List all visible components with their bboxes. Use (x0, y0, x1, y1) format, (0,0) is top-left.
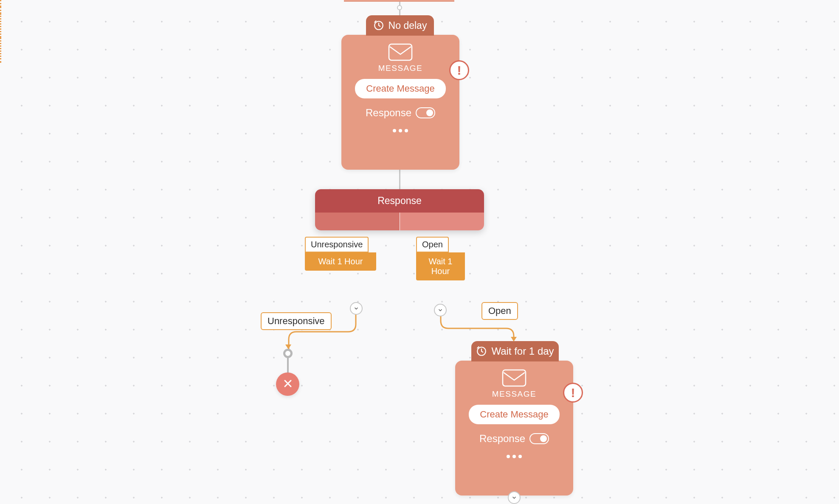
flow-canvas[interactable]: No delay MESSAGE Create Message Response… (0, 0, 839, 504)
response-toggle[interactable] (529, 433, 549, 444)
card-type-label: MESSAGE (378, 64, 422, 73)
alert-badge-icon[interactable]: ! (449, 60, 469, 80)
decision-response-block[interactable]: Response (315, 189, 484, 230)
svg-rect-3 (503, 370, 526, 386)
previous-card-stub (344, 0, 454, 2)
delay-label: No delay (389, 20, 427, 31)
more-options[interactable] (507, 455, 522, 458)
svg-rect-1 (389, 44, 412, 60)
alert-badge-icon[interactable]: ! (563, 383, 583, 403)
decision-branch-right-handle[interactable] (400, 213, 484, 230)
terminal-connector (287, 357, 289, 373)
path-label-unresponsive: Unresponsive (261, 312, 332, 330)
wait-duration-left: Wait 1 Hour (305, 252, 376, 271)
close-icon (283, 378, 293, 390)
response-toggle-row: Response (479, 433, 549, 445)
create-message-button[interactable]: Create Message (469, 405, 559, 424)
create-message-button[interactable]: Create Message (355, 79, 445, 98)
clock-icon (476, 346, 487, 357)
expand-chevron-right[interactable] (434, 304, 447, 316)
response-label: Response (479, 433, 525, 445)
connector-dotted-right-short (0, 7, 839, 14)
connector-1 (399, 170, 400, 190)
decision-label: Response (315, 189, 484, 213)
card-type-label: MESSAGE (492, 389, 536, 399)
terminal-ring (283, 349, 293, 358)
response-label: Response (366, 107, 411, 119)
envelope-icon (502, 369, 526, 387)
message-card-2[interactable]: MESSAGE Create Message Response (455, 361, 573, 496)
more-options[interactable] (393, 129, 408, 132)
expand-chevron-bottom[interactable] (508, 491, 521, 504)
message-card-1[interactable]: MESSAGE Create Message Response (341, 35, 459, 170)
path-label-open: Open (481, 302, 518, 320)
clock-icon (373, 20, 384, 31)
delay-bar-1[interactable]: No delay (366, 15, 434, 36)
wait-branch-label-left: Unresponsive (305, 237, 369, 252)
envelope-icon (388, 43, 413, 61)
decision-branch-left-handle[interactable] (315, 213, 400, 230)
delay-label: Wait for 1 day (491, 345, 554, 357)
expand-chevron-left[interactable] (350, 302, 363, 315)
wait-branch-label-right: Open (416, 237, 449, 252)
response-toggle[interactable] (416, 107, 435, 118)
add-node-handle[interactable] (397, 5, 402, 10)
delay-bar-2[interactable]: Wait for 1 day (471, 341, 559, 361)
response-toggle-row: Response (366, 107, 435, 119)
wait-box-right[interactable]: Open Wait 1Hour (416, 237, 465, 280)
wait-duration-right: Wait 1Hour (416, 252, 465, 280)
terminal-end-node[interactable] (276, 372, 299, 396)
wait-box-left[interactable]: Unresponsive Wait 1 Hour (305, 237, 376, 271)
